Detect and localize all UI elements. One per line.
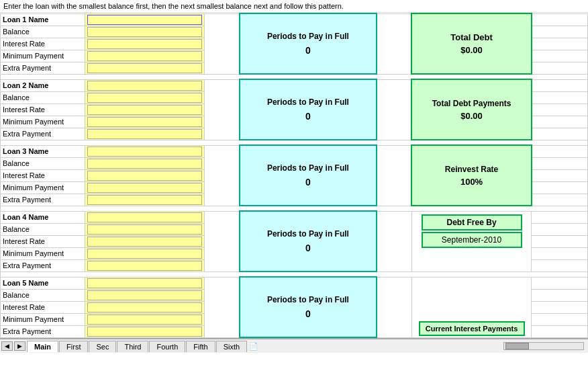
loan2-name-input[interactable] xyxy=(87,81,202,91)
reinvest-rate-title: Reinvest Rate xyxy=(414,165,528,174)
loan4-name-row: Loan 4 Name Periods to Pay in Full 0 Deb… xyxy=(1,211,588,223)
loan4-balance-input[interactable] xyxy=(87,224,202,235)
loan3-periods-value: 0 xyxy=(242,177,374,187)
loan2-interest-input[interactable] xyxy=(87,105,202,115)
loan1-name-row: Loan 1 Name Periods to Pay in Full 0 Tot… xyxy=(1,13,588,26)
top-instruction: Enter the loan with the smallest balance… xyxy=(0,0,588,13)
loan5-interest-input[interactable] xyxy=(87,302,202,312)
loan1-interest-label: Interest Rate xyxy=(1,38,85,50)
loan5-min-input[interactable] xyxy=(87,315,202,325)
loan2-periods-value: 0 xyxy=(242,111,374,122)
current-interest-area: Current Interest Payments xyxy=(411,277,531,337)
tab-fifth[interactable]: Fifth xyxy=(186,341,215,352)
loan5-extra-input[interactable] xyxy=(87,327,202,337)
loan1-periods-title: Periods to Pay in Full xyxy=(242,32,374,41)
loan4-periods-value: 0 xyxy=(242,243,374,253)
loan4-name-label: Loan 4 Name xyxy=(1,211,85,223)
tab-sixth[interactable]: Sixth xyxy=(216,341,247,352)
loan3-min-input[interactable] xyxy=(87,183,202,193)
loan1-periods-value: 0 xyxy=(242,45,374,56)
tab-nav-prev2[interactable]: ▶ xyxy=(14,341,26,351)
loan2-periods-cell: Periods to Pay in Full 0 xyxy=(240,79,377,140)
loan3-name-row: Loan 3 Name Periods to Pay in Full 0 Rei… xyxy=(1,145,588,157)
total-debt-value: $0.00 xyxy=(414,45,528,55)
loan5-interest-label: Interest Rate xyxy=(1,301,85,313)
loan1-interest-input[interactable] xyxy=(87,39,202,49)
loan1-name-input[interactable] xyxy=(87,15,202,25)
total-debt-payments-value: $0.00 xyxy=(414,111,528,121)
loan1-balance-label: Balance xyxy=(1,26,85,38)
loan4-periods-title: Periods to Pay in Full xyxy=(242,229,374,239)
loan3-name-label: Loan 3 Name xyxy=(1,145,85,157)
loan3-name-input[interactable] xyxy=(87,146,202,157)
debt-free-by-label: Debt Free By xyxy=(422,214,522,231)
loan2-interest-label: Interest Rate xyxy=(1,103,85,116)
loan3-extra-input[interactable] xyxy=(87,195,202,205)
tab-third[interactable]: Third xyxy=(117,341,148,352)
loan1-name-input-cell[interactable] xyxy=(85,13,204,26)
loan2-extra-label: Extra Payment xyxy=(1,128,85,140)
loan1-periods-cell: Periods to Pay in Full 0 xyxy=(240,13,377,74)
loan5-periods-value: 0 xyxy=(242,308,374,319)
loan3-periods-title: Periods to Pay in Full xyxy=(242,163,374,173)
total-debt-box: Total Debt $0.00 xyxy=(411,13,531,74)
loan5-extra-label: Extra Payment xyxy=(1,325,85,337)
debt-free-area: Debt Free By September-2010 xyxy=(411,211,531,271)
tab-bar: ◀ ▶ Main First Sec Third Fourth Fifth Si… xyxy=(0,338,588,353)
loan1-min-label: Minimum Payment xyxy=(1,50,85,62)
loan4-extra-label: Extra Payment xyxy=(1,259,85,271)
debt-free-by-value: September-2010 xyxy=(422,232,522,248)
loan3-balance-label: Balance xyxy=(1,157,85,169)
loan3-balance-input[interactable] xyxy=(87,159,202,169)
loan4-min-input[interactable] xyxy=(87,249,202,259)
total-debt-payments-box: Total Debt Payments $0.00 xyxy=(411,79,531,140)
loan4-balance-label: Balance xyxy=(1,223,85,235)
loan5-min-label: Minimum Payment xyxy=(1,313,85,325)
tab-nav-prev[interactable]: ◀ xyxy=(1,341,13,351)
tab-fourth[interactable]: Fourth xyxy=(149,341,185,352)
loan5-balance-input[interactable] xyxy=(87,290,202,300)
loan4-name-input[interactable] xyxy=(87,212,202,222)
loan3-interest-label: Interest Rate xyxy=(1,169,85,181)
loan4-periods-cell: Periods to Pay in Full 0 xyxy=(240,211,377,271)
loan2-extra-input[interactable] xyxy=(87,129,202,139)
total-debt-payments-title: Total Debt Payments xyxy=(414,99,528,108)
loan1-name-label: Loan 1 Name xyxy=(1,13,85,26)
loan5-periods-cell: Periods to Pay in Full 0 xyxy=(240,277,377,337)
loan2-balance-input[interactable] xyxy=(87,93,202,103)
loan5-name-label: Loan 5 Name xyxy=(1,277,85,289)
current-interest-title: Current Interest Payments xyxy=(419,321,525,336)
loan2-balance-label: Balance xyxy=(1,91,85,103)
loan2-min-input[interactable] xyxy=(87,117,202,127)
loan1-min-input[interactable] xyxy=(87,51,202,61)
loan2-min-label: Minimum Payment xyxy=(1,116,85,128)
loan4-interest-label: Interest Rate xyxy=(1,235,85,247)
loan3-interest-input[interactable] xyxy=(87,171,202,181)
loan4-interest-input[interactable] xyxy=(87,237,202,247)
total-debt-title: Total Debt xyxy=(414,32,528,42)
loan5-name-row: Loan 5 Name Periods to Pay in Full 0 Cur… xyxy=(1,277,588,289)
h-scrollbar[interactable] xyxy=(503,342,584,350)
reinvest-rate-value: 100% xyxy=(414,177,528,187)
loan5-balance-label: Balance xyxy=(1,289,85,301)
loan5-name-input[interactable] xyxy=(87,278,202,288)
tab-sec[interactable]: Sec xyxy=(89,341,116,352)
loan1-balance-input[interactable] xyxy=(87,27,202,37)
loan1-extra-label: Extra Payment xyxy=(1,62,85,74)
loan3-min-label: Minimum Payment xyxy=(1,181,85,194)
tab-first[interactable]: First xyxy=(59,341,88,352)
loan3-periods-cell: Periods to Pay in Full 0 xyxy=(240,145,377,206)
loan2-name-label: Loan 2 Name xyxy=(1,79,85,91)
loan4-min-label: Minimum Payment xyxy=(1,247,85,259)
loan4-extra-input[interactable] xyxy=(87,261,202,271)
loan2-periods-title: Periods to Pay in Full xyxy=(242,97,374,107)
tab-main[interactable]: Main xyxy=(27,341,58,352)
loan2-name-row: Loan 2 Name Periods to Pay in Full 0 Tot… xyxy=(1,79,588,91)
spreadsheet-area: Loan 1 Name Periods to Pay in Full 0 Tot… xyxy=(0,13,588,338)
h-scroll-thumb[interactable] xyxy=(505,343,529,349)
loan1-extra-input[interactable] xyxy=(87,63,202,73)
tab-icon: 📄 xyxy=(249,342,258,351)
reinvest-rate-box: Reinvest Rate 100% xyxy=(411,145,531,206)
loan3-extra-label: Extra Payment xyxy=(1,194,85,206)
loan5-periods-title: Periods to Pay in Full xyxy=(242,295,374,304)
